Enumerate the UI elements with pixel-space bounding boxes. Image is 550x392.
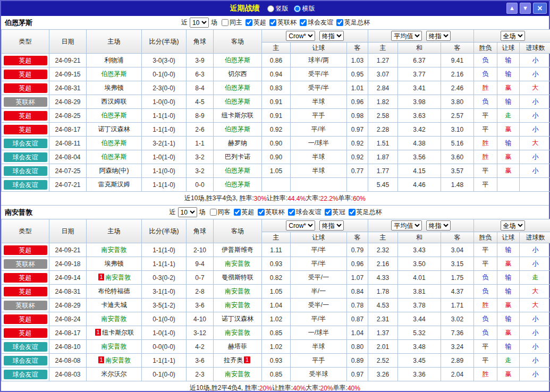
odds-cell: 0.98 [347,109,368,123]
summary-segment: 60% [353,195,366,202]
home-team-cell: 伯恩茅斯 [87,67,142,81]
league-checkbox[interactable] [336,19,343,26]
same-venue-filter[interactable]: 同主 [222,18,242,27]
league-checkbox[interactable] [269,19,276,26]
result-goals-cell: 小 [520,109,550,123]
home-team-cell: 卡迪夫城 [87,299,142,312]
summary-segment: 20% [259,385,272,392]
average-select[interactable]: 平均值 [391,220,422,231]
league-filter[interactable]: 英冠 [325,208,345,217]
odds-company-select[interactable]: Crow* [286,31,315,41]
team-name-text: 诺丁汉森林 [222,315,253,322]
result-goals-cell: 小 [520,368,550,381]
away-team-cell: 曼彻斯特联 [214,271,262,285]
corner-cell: 2-3 [187,368,214,381]
horizontal-radio[interactable] [294,5,301,12]
league-filter[interactable]: 英足总杯 [336,18,370,27]
league-filter-label: 英超 [253,18,266,27]
odds-cell: 3.41 [398,81,441,95]
scroll-down-button[interactable]: ▼ [520,3,531,14]
same-venue-filter[interactable]: 同客 [210,208,231,217]
col-score: 比分(半场) [142,30,187,54]
odds-final-select[interactable]: 终指 [319,220,344,231]
league-checkbox[interactable] [349,209,356,216]
col-home: 主场 [87,219,142,243]
result-winloss-cell: 胜 [474,150,497,164]
league-filter[interactable]: 球会友谊 [300,18,333,27]
league-filter[interactable]: 英足总杯 [349,208,382,217]
odds-cell: 1.48 [441,178,474,192]
result-goals-cell: 小 [520,123,550,137]
fulltime-select[interactable]: 全场 [501,220,525,231]
league-cell: 英超 [2,109,49,123]
same-venue-checkbox[interactable] [222,19,229,26]
team-name-text: 纽卡斯尔联 [102,329,134,336]
league-filter[interactable]: 英超 [246,18,266,27]
home-team-cell: 1纽卡斯尔联 [87,326,142,340]
odds-company-select[interactable]: Crow* [286,220,315,231]
odds-cell: 2.57 [441,109,474,123]
odds-cell: 0.85 [262,326,291,340]
league-checkbox[interactable] [325,209,332,216]
date-cell: 24-08-08 [49,354,87,368]
odds-cell: 3.24 [441,340,474,354]
league-cell: 英联杯 [2,299,49,312]
corner-cell: 4-10 [187,312,214,326]
handicap-cell: 平手 [291,109,347,123]
league-badge: 英超 [4,245,47,255]
match-count-select[interactable]: 10 [190,18,209,28]
same-venue-checkbox[interactable] [210,209,217,216]
match-row: 球会友谊24-08-11伯恩茅斯3-2(1-1)1-1赫罗纳0.90一/球半0.… [2,137,550,150]
average-select[interactable]: 平均值 [391,31,422,41]
close-button[interactable]: × [533,3,547,14]
fulltime-select[interactable]: 全场 [501,31,525,41]
home-team-cell: 米尔沃尔 [87,368,142,381]
result-handicap-cell: 赢 [497,326,520,340]
league-badge: 球会友谊 [4,152,47,162]
away-team-cell: 伯恩茅斯 [214,54,262,67]
team-name-text: 伯恩茅斯 [225,167,250,174]
league-checkbox[interactable] [234,209,241,216]
layout-radio-vertical[interactable]: 竖版 [267,4,289,13]
team-name-text: 伯恩茅斯 [101,112,127,119]
away-team-cell: 南安普敦 [214,368,262,381]
match-count-select[interactable]: 10 [178,207,197,217]
handicap-cell: 受平/半 [291,67,347,81]
layout-radio-horizontal[interactable]: 横版 [294,4,315,13]
result-goals-cell: 小 [520,312,550,326]
away-team-cell: 南安普敦 [214,299,262,312]
average-final-select[interactable]: 终指 [426,220,451,231]
result-winloss-cell: 负 [474,54,497,67]
summary-row: 近10场,胜3平4负3, 胜率:30% 让胜率:44.4% 大率:22.2% 单… [1,192,549,206]
team-name-text: 西汉姆联 [101,98,127,105]
team-name-text: 拉齐奥 [224,356,243,364]
odds-cell: 1.11 [262,243,291,257]
vertical-radio[interactable] [267,5,274,12]
league-filter[interactable]: 英联杯 [269,18,297,27]
col-avg-away: 客 [441,232,474,243]
team-name-text: 南安普敦 [101,246,127,253]
result-winloss-cell: 负 [474,312,497,326]
league-filter[interactable]: 英超 [234,208,255,217]
league-cell: 球会友谊 [2,368,49,381]
team-name-text: 诺丁汉森林 [98,125,130,133]
league-checkbox[interactable] [246,19,252,26]
odds-cell: 1.05 [262,285,291,299]
league-filter[interactable]: 英联杯 [258,208,285,217]
away-team-cell: 诺丁汉森林 [214,312,262,326]
corner-cell: 3-6 [187,299,214,312]
odds-cell: 0.77 [347,164,368,178]
match-row: 英超24-08-17诺丁汉森林1-1(1-0)2-6伯恩茅斯0.92平/半0.9… [2,123,550,137]
titlebar: 近期战绩 竖版 横版 ▲ ▼ × [1,1,549,16]
league-checkbox[interactable] [258,209,265,216]
league-filter[interactable]: 球会友谊 [288,208,321,217]
average-final-select[interactable]: 终指 [426,31,451,41]
league-checkbox[interactable] [300,19,307,26]
away-team-cell: 南安普敦 [214,285,262,299]
odds-final-select[interactable]: 终指 [319,31,344,41]
scroll-up-button[interactable]: ▲ [506,3,518,14]
odds-cell: 3.42 [398,123,441,137]
col-odds-home: 主 [262,42,291,54]
team-name-text: 利物浦 [105,56,124,64]
league-checkbox[interactable] [288,209,295,216]
